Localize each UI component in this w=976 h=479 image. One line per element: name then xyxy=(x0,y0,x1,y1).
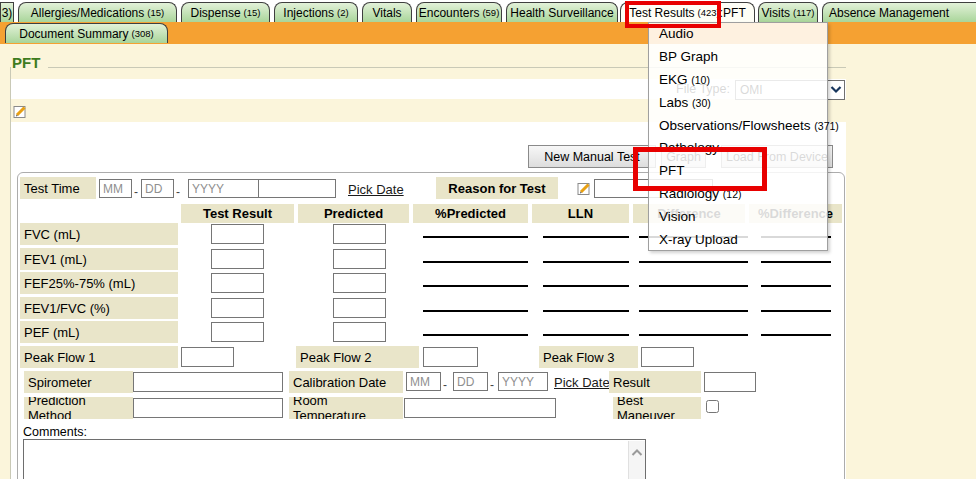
empty-value-line xyxy=(543,285,629,287)
empty-value-line xyxy=(639,310,748,312)
tab-partial[interactable]: 3) xyxy=(0,2,14,22)
tab-encounters[interactable]: Encounters(59) xyxy=(416,2,502,22)
tab-visits[interactable]: Visits(117) xyxy=(758,2,818,22)
test-month-input[interactable] xyxy=(99,179,132,198)
empty-value-line xyxy=(543,236,629,238)
peak-flow-1-input[interactable] xyxy=(181,347,234,367)
date-separator: - xyxy=(443,378,447,392)
tab-absence-management[interactable]: Absence Management xyxy=(822,2,976,22)
room-temperature-label: Room Temperature xyxy=(289,397,403,419)
menu-item-xray-upload[interactable]: X-ray Upload xyxy=(649,229,827,252)
menu-item-labs[interactable]: Labs (30) xyxy=(649,92,827,115)
calibration-year-input[interactable] xyxy=(498,372,548,391)
spirometer-label: Spirometer xyxy=(24,371,133,393)
room-temperature-input[interactable] xyxy=(404,398,556,418)
fvc-predicted-input[interactable] xyxy=(333,224,386,244)
pft-screen: 3) Allergies/Medications(15) Dispense(15… xyxy=(0,0,976,479)
peak-flow-1-label: Peak Flow 1 xyxy=(20,346,178,368)
date-separator: - xyxy=(176,185,180,199)
fev1fvc-predicted-input[interactable] xyxy=(333,298,386,318)
empty-value-line xyxy=(639,261,748,263)
col-header-test-result: Test Result xyxy=(181,204,294,223)
calibration-month-input[interactable] xyxy=(406,372,441,391)
menu-item-pathology[interactable]: Pathology xyxy=(649,137,827,160)
empty-value-line xyxy=(543,261,629,263)
chevron-down-icon xyxy=(827,81,844,99)
result-input[interactable] xyxy=(704,372,756,392)
row-label-fef: FEF25%-75% (mL) xyxy=(20,272,178,294)
tab-injections[interactable]: Injections(2) xyxy=(274,2,358,22)
empty-value-line xyxy=(639,334,748,336)
peak-flow-3-label: Peak Flow 3 xyxy=(539,346,638,368)
reason-for-test-label: Reason for Test xyxy=(436,177,558,199)
menu-item-radiology[interactable]: Radiology (12) xyxy=(649,183,827,206)
date-separator: - xyxy=(134,185,138,199)
edit-pencil-icon[interactable] xyxy=(13,104,28,119)
reason-edit-pencil-icon[interactable] xyxy=(577,181,592,196)
row-label-fev1-fvc: FEV1/FVC (%) xyxy=(20,297,178,319)
peak-flow-3-input[interactable] xyxy=(641,347,694,367)
pef-test-result-input[interactable] xyxy=(211,322,264,342)
best-maneuver-label: Best Maneuver xyxy=(613,397,701,419)
row-label-pef: PEF (mL) xyxy=(20,321,178,343)
prediction-method-label: Prediction Method xyxy=(24,397,133,419)
test-year-input[interactable] xyxy=(188,179,259,198)
fef-test-result-input[interactable] xyxy=(211,273,264,293)
new-manual-test-button[interactable]: New Manual Test xyxy=(528,145,656,168)
col-header-lln: LLN xyxy=(532,204,629,223)
empty-value-line xyxy=(761,310,831,312)
prediction-method-input[interactable] xyxy=(133,398,283,418)
row-label-fev1: FEV1 (mL) xyxy=(20,248,178,270)
scroll-up-icon xyxy=(631,448,643,458)
tab-document-summary[interactable]: Document Summary(308) xyxy=(5,23,168,43)
menu-item-vision[interactable]: Vision xyxy=(649,206,827,229)
fef-predicted-input[interactable] xyxy=(333,273,386,293)
pick-date-link[interactable]: Pick Date xyxy=(348,182,404,197)
comments-textarea[interactable] xyxy=(23,439,646,479)
comments-scrollbar[interactable] xyxy=(628,441,645,479)
tab-vitals[interactable]: Vitals xyxy=(362,2,412,22)
empty-value-line xyxy=(423,261,528,263)
row-label-fvc: FVC (mL) xyxy=(20,223,178,245)
empty-value-line xyxy=(761,285,831,287)
empty-value-line xyxy=(761,261,831,263)
tab-test-results[interactable]: Test Results(423):PFT xyxy=(620,2,755,22)
empty-value-line xyxy=(423,236,528,238)
fvc-test-result-input[interactable] xyxy=(211,224,264,244)
test-day-input[interactable] xyxy=(141,179,174,198)
tab-dispense[interactable]: Dispense(15) xyxy=(181,2,270,22)
spirometer-input[interactable] xyxy=(133,372,283,392)
menu-item-observations-flowsheets[interactable]: Observations/Flowsheets (371) xyxy=(649,115,827,138)
result-label: Result xyxy=(609,371,701,393)
peak-flow-2-label: Peak Flow 2 xyxy=(296,346,419,368)
empty-value-line xyxy=(423,334,528,336)
empty-value-line xyxy=(639,285,748,287)
best-maneuver-checkbox[interactable] xyxy=(706,400,719,413)
peak-flow-2-input[interactable] xyxy=(423,347,478,367)
fev1-test-result-input[interactable] xyxy=(211,249,264,269)
col-header-predicted: Predicted xyxy=(298,204,409,223)
fev1fvc-test-result-input[interactable] xyxy=(211,298,264,318)
tab-health-surveillance[interactable]: Health Surveillance xyxy=(506,2,618,22)
col-header-pct-predicted: %Predicted xyxy=(413,204,528,223)
calibration-day-input[interactable] xyxy=(453,372,488,391)
pef-predicted-input[interactable] xyxy=(333,322,386,342)
pft-panel: PFT File Type: OMI New Manual Test Graph… xyxy=(0,44,976,479)
page-title: PFT xyxy=(12,54,40,71)
calibration-pick-date-link[interactable]: Pick Date xyxy=(554,375,610,390)
fev1-predicted-input[interactable] xyxy=(333,249,386,269)
empty-value-line xyxy=(543,310,629,312)
empty-value-line xyxy=(761,334,831,336)
menu-item-audio[interactable]: Audio xyxy=(649,23,827,46)
menu-item-ekg[interactable]: EKG (10) xyxy=(649,69,827,92)
tab-allergies-medications[interactable]: Allergies/Medications(15) xyxy=(18,2,177,22)
menu-item-bp-graph[interactable]: BP Graph xyxy=(649,46,827,69)
secondary-tab-bar: Document Summary(308) xyxy=(0,22,976,44)
test-time-input[interactable] xyxy=(258,179,336,198)
empty-value-line xyxy=(543,334,629,336)
calibration-date-label: Calibration Date xyxy=(289,371,403,393)
test-results-dropdown-menu: Audio BP Graph EKG (10) Labs (30) Observ… xyxy=(648,22,828,251)
comments-label: Comments: xyxy=(23,425,87,439)
menu-item-pft[interactable]: PFT xyxy=(649,160,827,183)
date-separator: - xyxy=(490,378,494,392)
